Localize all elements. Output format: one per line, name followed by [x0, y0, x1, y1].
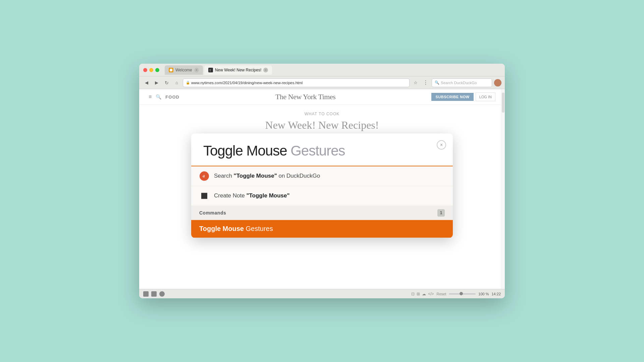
screen-icon: ⊡ — [411, 292, 415, 296]
close-button[interactable] — [143, 68, 147, 72]
minimize-button[interactable] — [149, 68, 153, 72]
note-square-icon — [201, 193, 207, 199]
back-button[interactable]: ◀ — [143, 79, 151, 87]
cloud-icon: ☁ — [422, 292, 426, 296]
palette-title: Toggle Mouse Gestures — [203, 143, 441, 159]
search-placeholder: Search DuckDuckGo — [441, 81, 477, 85]
status-icon-3[interactable] — [159, 291, 165, 297]
browser-window: Welcome × T New Week! New Recipes! × ◀ ▶… — [139, 64, 505, 298]
status-icon-2[interactable] — [151, 291, 157, 297]
commands-section: Commands 1 — [191, 206, 453, 220]
search-text-before: Search — [214, 173, 234, 179]
tab-welcome[interactable]: Welcome × — [165, 65, 203, 75]
zoom-thumb — [460, 292, 463, 295]
search-ddg-item[interactable]: d Search "Toggle Mouse" on DuckDuckGo — [191, 166, 453, 186]
menu-button[interactable]: ⋮ — [422, 79, 430, 87]
note-text-before: Create Note — [214, 192, 246, 199]
search-ddg-text: Search "Toggle Mouse" on DuckDuckGo — [214, 173, 320, 179]
svg-text:d: d — [203, 174, 205, 178]
maximize-button[interactable] — [155, 68, 159, 72]
palette-body: d Search "Toggle Mouse" on DuckDuckGo Cr… — [191, 166, 453, 238]
user-avatar[interactable] — [494, 79, 501, 86]
toolbar: ◀ ▶ ↻ ⌂ 🔒 www.nytimes.com/2021/04/19/din… — [139, 76, 505, 89]
search-text-after: on DuckDuckGo — [277, 173, 320, 179]
svg-point-2 — [494, 79, 501, 86]
note-query-bold: "Toggle Mouse" — [246, 192, 289, 199]
commands-section-label: Commands — [199, 210, 226, 216]
result-normal: Gestures — [244, 225, 273, 232]
traffic-lights — [143, 68, 159, 72]
search-icon: 🔍 — [435, 80, 439, 85]
reload-button[interactable]: ↻ — [163, 79, 171, 87]
search-query-bold: "Toggle Mouse" — [234, 173, 277, 179]
page-content: ≡ 🔍 FOOD The New York Times SUBSCRIBE NO… — [139, 89, 505, 289]
create-note-text: Create Note "Toggle Mouse" — [214, 192, 290, 199]
palette-title-black: Toggle Mouse — [203, 143, 287, 159]
code-icon: </> — [428, 292, 434, 296]
forward-button[interactable]: ▶ — [153, 79, 161, 87]
address-bar[interactable]: 🔒 www.nytimes.com/2021/04/19/dining/new-… — [183, 78, 410, 87]
result-text: Toggle Mouse Gestures — [199, 225, 273, 233]
bookmark-button[interactable]: ☆ — [412, 79, 420, 87]
zoom-slider[interactable] — [449, 293, 476, 295]
title-bar: Welcome × T New Week! New Recipes! × — [139, 64, 505, 76]
note-icon — [199, 191, 209, 201]
lock-icon: 🔒 — [186, 81, 190, 84]
search-bar[interactable]: 🔍 Search DuckDuckGo — [432, 78, 492, 87]
status-icon-1[interactable] — [143, 291, 149, 297]
svg-text:T: T — [209, 69, 211, 72]
status-bar: ⊡ ⊞ ☁ </> Reset 100 % 14:22 — [139, 289, 505, 298]
grid-icon: ⊞ — [417, 292, 420, 296]
tab-active-close[interactable]: × — [263, 68, 268, 72]
palette-close-button[interactable]: × — [437, 140, 446, 149]
zoom-level: 100 % — [478, 292, 489, 296]
reset-label[interactable]: Reset — [437, 292, 446, 296]
ddg-icon: d — [199, 171, 209, 181]
url-text: www.nytimes.com/2021/04/19/dining/new-we… — [191, 81, 303, 85]
tab-welcome-label: Welcome — [175, 68, 192, 72]
palette-title-gray: Gestures — [287, 143, 345, 159]
tab-favicon-nyt: T — [208, 68, 213, 72]
command-palette: Toggle Mouse Gestures × d — [191, 133, 453, 238]
toggle-mouse-result[interactable]: Toggle Mouse Gestures — [191, 220, 453, 238]
create-note-item[interactable]: Create Note "Toggle Mouse" — [191, 186, 453, 206]
tab-bar: Welcome × T New Week! New Recipes! × — [165, 65, 501, 75]
tab-active-label: New Week! New Recipes! — [215, 68, 262, 72]
home-button[interactable]: ⌂ — [173, 79, 181, 87]
status-icons-right: ⊡ ⊞ ☁ </> — [411, 292, 434, 296]
clock: 14:22 — [491, 292, 501, 296]
tab-favicon-welcome — [169, 68, 173, 72]
status-right: ⊡ ⊞ ☁ </> Reset 100 % 14:22 — [411, 292, 501, 296]
ddg-logo: d — [200, 171, 209, 181]
tab-welcome-close[interactable]: × — [194, 68, 199, 72]
palette-header: Toggle Mouse Gestures × — [191, 133, 453, 166]
svg-point-0 — [170, 69, 172, 71]
commands-count: 1 — [437, 209, 445, 217]
tab-active[interactable]: T New Week! New Recipes! × — [204, 65, 272, 75]
result-bold: Toggle Mouse — [199, 225, 244, 232]
status-left — [143, 291, 165, 297]
